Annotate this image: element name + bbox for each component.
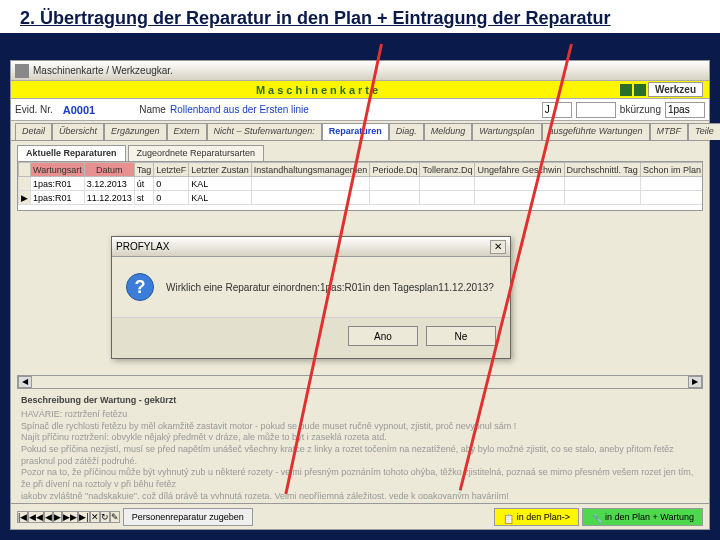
into-plan-label: in den Plan-> <box>517 512 570 522</box>
scroll-left-button[interactable]: ◀ <box>18 376 32 388</box>
dialog-close-button[interactable]: ✕ <box>490 240 506 254</box>
banner: Maschinenkarte Werkzeu <box>11 81 709 99</box>
column-header[interactable]: Ungefähre Geschwin <box>475 163 564 177</box>
name-value: Rollenband aus der Ersten linie <box>170 104 538 115</box>
dialog-titlebar: PROFYLAX ✕ <box>112 237 510 257</box>
tab-meldung[interactable]: Meldung <box>424 123 473 140</box>
nav-button-7[interactable]: ↻ <box>100 511 110 523</box>
column-header[interactable]: Wartungsart <box>31 163 85 177</box>
sub-tabs: Aktuelle ReparaturenZugeordnete Reparatu… <box>11 141 709 161</box>
bk-input[interactable] <box>665 102 705 118</box>
bk-label: bkürzung <box>620 104 661 115</box>
table-row[interactable]: 1pas:R013.12.2013út0KAL <box>19 177 704 191</box>
subtab-1[interactable]: Zugeordnete Reparatursarten <box>128 145 265 161</box>
nav-button-6[interactable]: ✕ <box>90 511 100 523</box>
dialog-no-button[interactable]: Ne <box>426 326 496 346</box>
banner-title: Maschinenkarte <box>17 84 620 96</box>
tab-ausgef-hrte-wartungen[interactable]: ausgeführte Wartungen <box>542 123 650 140</box>
column-header[interactable]: Instandhaltungsmanagemen <box>251 163 370 177</box>
name-label: Name <box>139 104 166 115</box>
footer-toolbar: |◀◀◀◀▶▶▶▶|✕↻✎ Personenreparatur zugeben … <box>11 503 709 529</box>
tab-mtbf[interactable]: MTBF <box>650 123 689 140</box>
subtab-0[interactable]: Aktuelle Reparaturen <box>17 145 126 161</box>
tab-detail[interactable]: Detail <box>15 123 52 140</box>
titlebar: Maschinenkarte / Werkzeugkar. <box>11 61 709 81</box>
window-title: Maschinenkarte / Werkzeugkar. <box>33 65 173 76</box>
question-icon: ? <box>126 273 154 301</box>
tab-diag-[interactable]: Diag. <box>389 123 424 140</box>
app-window: Maschinenkarte / Werkzeugkar. Maschinenk… <box>10 60 710 530</box>
wrench-icon: 🔧 <box>591 511 603 523</box>
app-icon <box>15 64 29 78</box>
evid-label: Evid. Nr. <box>15 104 53 115</box>
nav-button-3[interactable]: ▶ <box>53 511 62 523</box>
dialog-title: PROFYLAX <box>116 241 169 252</box>
dialog-yes-button[interactable]: Ano <box>348 326 418 346</box>
dialog-message: Wirklich eine Reparatur einordnen:1pas:R… <box>166 282 494 293</box>
horizontal-scrollbar[interactable]: ◀ ▶ <box>17 375 703 389</box>
nav-button-2[interactable]: ◀ <box>44 511 53 523</box>
tab-reparaturen[interactable]: Reparaturen <box>322 123 389 140</box>
calendar-icon: 📋 <box>503 511 515 523</box>
filter-input-1[interactable] <box>542 102 572 118</box>
into-plan-wartung-label: in den Plan + Wartung <box>605 512 694 522</box>
nav-button-1[interactable]: ◀◀ <box>28 511 44 523</box>
column-header[interactable]: Periode.Dq <box>370 163 420 177</box>
tab-wartungsplan[interactable]: Wartungsplan <box>472 123 541 140</box>
tab--bersicht[interactable]: Übersicht <box>52 123 104 140</box>
nav-button-4[interactable]: ▶▶ <box>62 511 78 523</box>
column-header[interactable]: Tolleranz.Dq <box>420 163 475 177</box>
description-heading: Beschreibung der Wartung - gekürzt <box>17 393 703 407</box>
data-grid[interactable]: WartungsartDatumTagLetzteFLetzter Zustan… <box>17 161 703 211</box>
main-tabs: DetailÜbersichtErgäzungenExternNicht – S… <box>11 121 709 141</box>
description-body: HAVÁRIE: roztržení řetězuSpínač dle rych… <box>17 407 703 499</box>
table-row[interactable]: ▶1pas:R0111.12.2013st0KAL <box>19 191 704 205</box>
evid-value: A0001 <box>57 104 101 116</box>
into-plan-button[interactable]: 📋in den Plan-> <box>494 508 579 526</box>
tab-nicht-stufenwartungen-[interactable]: Nicht – Stufenwartungen: <box>207 123 322 140</box>
nav-button-5[interactable]: ▶| <box>78 511 89 523</box>
arrow-down-icon[interactable] <box>634 84 646 96</box>
nav-button-8[interactable]: ✎ <box>110 511 120 523</box>
column-header[interactable]: Letzter Zustan <box>189 163 252 177</box>
nav-button-0[interactable]: |◀ <box>17 511 28 523</box>
tab-extern[interactable]: Extern <box>167 123 207 140</box>
scroll-right-button[interactable]: ▶ <box>688 376 702 388</box>
filter-input-2[interactable] <box>576 102 616 118</box>
tab-teile[interactable]: Teile <box>688 123 720 140</box>
person-repair-button[interactable]: Personenreparatur zugeben <box>123 508 253 526</box>
column-header[interactable]: Tag <box>134 163 154 177</box>
description-section: Beschreibung der Wartung - gekürzt HAVÁR… <box>17 393 703 499</box>
column-header[interactable]: Schon im Plan <box>640 163 703 177</box>
column-header[interactable]: Durchschnittl. Tag <box>564 163 640 177</box>
into-plan-wartung-button[interactable]: 🔧in den Plan + Wartung <box>582 508 703 526</box>
arrow-up-icon[interactable] <box>620 84 632 96</box>
confirm-dialog: PROFYLAX ✕ ? Wirklich eine Reparatur ein… <box>111 236 511 359</box>
column-header[interactable]: LetzteF <box>154 163 189 177</box>
tab-erg-zungen[interactable]: Ergäzungen <box>104 123 167 140</box>
column-header[interactable] <box>19 163 31 177</box>
slide-title: 2. Übertragung der Reparatur in den Plan… <box>0 0 720 36</box>
werkzeug-badge: Werkzeu <box>648 82 703 97</box>
id-row: Evid. Nr. A0001 Name Rollenband aus der … <box>11 99 709 121</box>
column-header[interactable]: Datum <box>84 163 134 177</box>
